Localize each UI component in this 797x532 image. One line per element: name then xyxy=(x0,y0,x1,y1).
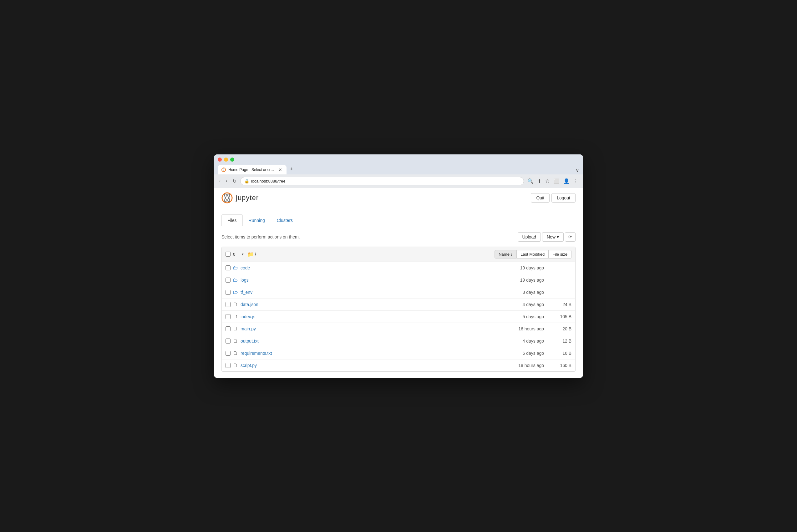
forward-button[interactable]: › xyxy=(224,177,228,185)
folder-icon: 🗁 xyxy=(233,277,238,283)
file-modified: 3 days ago xyxy=(500,290,544,295)
file-icon: 🗋 xyxy=(233,338,238,344)
count-dropdown-arrow[interactable]: ▾ xyxy=(242,252,244,256)
jupyter-logo-text: jupyter xyxy=(236,194,259,202)
file-name-link[interactable]: index.js xyxy=(241,314,498,319)
traffic-lights xyxy=(218,157,579,162)
row-checkbox[interactable] xyxy=(225,326,230,331)
file-modified: 19 days ago xyxy=(500,265,544,270)
row-checkbox[interactable] xyxy=(225,290,230,295)
security-icon: 🔒 xyxy=(244,179,249,184)
file-name-link[interactable]: code xyxy=(241,265,498,270)
file-size: 12 B xyxy=(546,339,572,343)
logout-button[interactable]: Logout xyxy=(552,193,576,203)
new-tab-button[interactable]: + xyxy=(287,165,296,174)
file-name-link[interactable]: tf_env xyxy=(241,290,498,295)
file-modified: 4 days ago xyxy=(500,339,544,343)
profile-button[interactable]: 👤 xyxy=(562,177,571,185)
browser-actions: 🔍 ⬆ ☆ ⬜ 👤 ⋮ xyxy=(526,177,579,185)
main-content: Files Running Clusters Select items to p… xyxy=(214,208,583,378)
file-icon: 🗋 xyxy=(233,314,238,320)
file-size: 160 B xyxy=(546,363,572,368)
current-path: 📁 / xyxy=(247,251,256,257)
file-size: 20 B xyxy=(546,326,572,331)
upload-button[interactable]: Upload xyxy=(518,232,541,242)
tab-running[interactable]: Running xyxy=(243,214,271,226)
back-button[interactable]: ‹ xyxy=(218,177,222,185)
svg-point-1 xyxy=(222,193,232,203)
reload-button[interactable]: ↻ xyxy=(231,177,238,185)
tab-bar: Home Page - Select or create ✕ + ∨ xyxy=(218,165,579,174)
file-modified: 4 days ago xyxy=(500,302,544,307)
sort-modified-button[interactable]: Last Modified xyxy=(517,250,549,259)
nav-tabs: Files Running Clusters xyxy=(221,214,576,226)
tab-clusters[interactable]: Clusters xyxy=(271,214,299,226)
close-traffic-light[interactable] xyxy=(218,157,222,162)
file-name-link[interactable]: data.json xyxy=(241,302,498,307)
file-size: 24 B xyxy=(546,302,572,307)
tab-close-button[interactable]: ✕ xyxy=(278,168,282,172)
table-row: 🗁 code 19 days ago xyxy=(222,262,575,274)
folder-icon: 🗁 xyxy=(233,265,238,271)
file-modified: 19 days ago xyxy=(500,278,544,283)
file-size: 105 B xyxy=(546,314,572,319)
toolbar-actions: Upload New ▾ ⟳ xyxy=(518,232,576,242)
file-modified: 6 days ago xyxy=(500,351,544,356)
quit-button[interactable]: Quit xyxy=(531,193,550,203)
sort-size-button[interactable]: File size xyxy=(549,250,572,259)
sort-name-button[interactable]: Name ↓ xyxy=(495,250,517,259)
refresh-icon: ⟳ xyxy=(568,234,572,240)
jupyter-header: jupyter Quit Logout xyxy=(214,188,583,208)
file-modified: 16 hours ago xyxy=(500,326,544,331)
bookmark-button[interactable]: ☆ xyxy=(544,177,551,185)
sort-buttons: Name ↓ Last Modified File size xyxy=(495,250,572,259)
file-icon: 🗋 xyxy=(233,302,238,307)
folder-icon: 🗁 xyxy=(233,289,238,295)
sidebar-button[interactable]: ⬜ xyxy=(552,177,560,185)
row-checkbox[interactable] xyxy=(225,363,230,368)
file-modified: 5 days ago xyxy=(500,314,544,319)
active-browser-tab[interactable]: Home Page - Select or create ✕ xyxy=(218,165,286,174)
menu-button[interactable]: ⋮ xyxy=(572,177,579,185)
row-checkbox[interactable] xyxy=(225,265,230,270)
tab-favicon-icon xyxy=(221,168,226,172)
tab-title: Home Page - Select or create xyxy=(228,168,276,172)
tab-end-controls: ∨ xyxy=(576,167,579,174)
file-name-link[interactable]: main.py xyxy=(241,326,498,331)
file-name-link[interactable]: script.py xyxy=(241,363,498,368)
url-bar[interactable]: 🔒 localhost:8888/tree xyxy=(240,177,524,185)
jupyter-logo-icon xyxy=(221,192,233,204)
table-row: 🗋 main.py 16 hours ago 20 B xyxy=(222,323,575,335)
row-checkbox[interactable] xyxy=(225,278,230,283)
file-table: 0 ▾ 📁 / Name ↓ Last Modified File size 🗁… xyxy=(221,247,576,372)
jupyter-logo: jupyter xyxy=(221,192,259,204)
table-row: 🗋 output.txt 4 days ago 12 B xyxy=(222,335,575,347)
file-rows-container: 🗁 code 19 days ago 🗁 logs 19 days ago 🗁 … xyxy=(222,262,575,371)
row-checkbox[interactable] xyxy=(225,339,230,343)
file-icon: 🗋 xyxy=(233,350,238,356)
file-toolbar: Select items to perform actions on them.… xyxy=(221,232,576,242)
row-checkbox[interactable] xyxy=(225,314,230,319)
minimize-traffic-light[interactable] xyxy=(224,157,228,162)
file-size: 16 B xyxy=(546,351,572,356)
refresh-button[interactable]: ⟳ xyxy=(565,232,576,242)
row-checkbox[interactable] xyxy=(225,351,230,356)
zoom-button[interactable]: 🔍 xyxy=(526,177,535,185)
file-icon: 🗋 xyxy=(233,326,238,331)
file-name-link[interactable]: requirements.txt xyxy=(241,351,498,356)
table-row: 🗋 requirements.txt 6 days ago 16 B xyxy=(222,347,575,359)
row-checkbox[interactable] xyxy=(225,302,230,307)
browser-chrome: Home Page - Select or create ✕ + ∨ xyxy=(214,154,583,174)
address-bar: ‹ › ↻ 🔒 localhost:8888/tree 🔍 ⬆ ☆ ⬜ 👤 ⋮ xyxy=(214,174,583,188)
maximize-traffic-light[interactable] xyxy=(230,157,234,162)
select-all-checkbox[interactable] xyxy=(225,252,230,256)
select-hint: Select items to perform actions on them. xyxy=(221,234,300,240)
table-row: 🗋 data.json 4 days ago 24 B xyxy=(222,299,575,311)
browser-window: Home Page - Select or create ✕ + ∨ ‹ › ↻… xyxy=(214,154,583,378)
share-button[interactable]: ⬆ xyxy=(536,177,542,185)
file-name-link[interactable]: output.txt xyxy=(241,339,498,343)
new-button[interactable]: New ▾ xyxy=(542,232,564,242)
table-row: 🗁 tf_env 3 days ago xyxy=(222,286,575,299)
tab-files[interactable]: Files xyxy=(221,214,243,226)
file-name-link[interactable]: logs xyxy=(241,278,498,283)
